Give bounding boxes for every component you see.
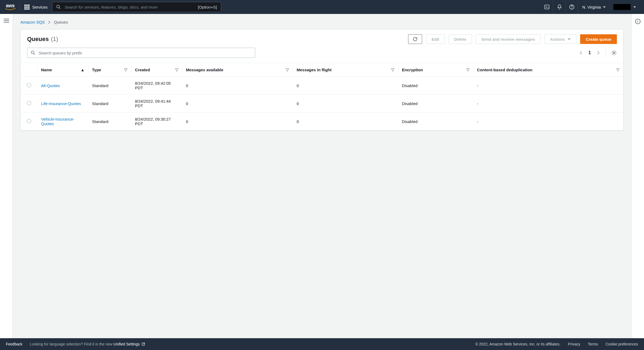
cell-created: 8/24/2022, 09:30:27 PDT [131,113,182,131]
breadcrumb-service[interactable]: Amazon SQS [20,20,45,24]
queue-name-link[interactable]: All-Quotes [41,83,60,88]
col-type-label: Type [92,68,101,72]
col-dedup[interactable]: Content-based deduplication ▽ [473,63,623,77]
panel-title: Queues (1) [27,36,58,43]
cell-dedup: - [473,95,623,113]
col-dedup-label: Content-based deduplication [477,68,533,72]
col-name[interactable]: Name ▲ [37,63,88,77]
sort-icon: ▽ [616,67,620,72]
sort-icon: ▽ [124,67,127,72]
queue-search[interactable] [27,48,255,58]
cell-type: Standard [88,77,131,95]
caret-down-icon [603,6,606,8]
cell-messages-available: 0 [182,77,293,95]
send-receive-button: Send and receive messages [476,34,541,44]
table-row: Life-Insurance-QuotesStandard8/24/2022, … [21,95,623,113]
sort-icon: ▽ [466,67,470,72]
cell-messages-available: 0 [182,95,293,113]
global-search-input[interactable] [64,5,195,10]
actions-dropdown: Actions [544,34,576,44]
global-nav: aws Services [Option+S] [0,0,644,14]
gear-icon [611,50,617,56]
notifications-button[interactable] [553,0,565,14]
breadcrumb: Amazon SQS Queues [13,14,631,29]
account-menu[interactable] [610,0,639,14]
col-encryption[interactable]: Encryption ▽ [398,63,473,77]
terms-link[interactable]: Terms [588,342,598,346]
table-settings-button[interactable] [611,50,617,56]
col-messages-in-flight[interactable]: Messages in flight ▽ [293,63,398,77]
pagination: 1 [578,49,617,56]
cell-type: Standard [88,113,131,131]
prev-page-button [578,49,584,56]
queue-name-link[interactable]: Life-Insurance-Quotes [41,101,81,106]
cloudshell-icon [544,4,550,10]
sort-icon: ▽ [286,67,289,72]
queues-panel: Queues (1) Edit Delete Send and receive … [20,29,624,131]
nav-separator [20,3,20,11]
refresh-button[interactable] [408,34,422,44]
col-created-label: Created [135,68,150,72]
external-link-icon [141,342,145,346]
cell-encryption: Disabled [398,95,473,113]
breadcrumb-current: Queues [54,20,68,24]
main-content: Amazon SQS Queues Queues (1) [13,14,631,338]
footer-copyright: © 2022, Amazon Web Services, Inc. or its… [475,342,560,346]
col-messages-available-label: Messages available [186,68,223,72]
cloudshell-button[interactable] [541,0,553,14]
cell-dedup: - [473,77,623,95]
region-selector[interactable]: N. Virginia [578,0,610,14]
sort-icon: ▽ [391,67,394,72]
svg-point-0 [57,5,60,8]
chevron-right-icon [597,50,600,55]
cell-messages-in-flight: 0 [293,113,398,131]
right-rail: i [631,14,644,338]
unified-settings-link[interactable]: Unified Settings [114,342,145,346]
cell-messages-available: 0 [182,113,293,131]
col-created[interactable]: Created ▽ [131,63,182,77]
queue-search-input[interactable] [38,50,252,55]
search-shortcut: [Option+S] [198,5,217,9]
queue-name-link[interactable]: Vehicle-Insurance-Quotes [41,117,74,126]
cell-messages-in-flight: 0 [293,77,398,95]
row-select-radio[interactable] [27,83,31,87]
svg-point-5 [572,8,572,9]
svg-line-1 [59,8,60,9]
col-messages-in-flight-label: Messages in flight [297,68,331,72]
chevron-right-icon [48,20,51,24]
pager-separator [606,49,606,56]
caret-down-icon [568,38,571,40]
cookie-prefs-link[interactable]: Cookie preferences [606,342,638,346]
bell-icon [557,4,562,10]
privacy-link[interactable]: Privacy [568,342,580,346]
left-rail [0,14,13,338]
next-page-button [596,49,601,56]
col-type[interactable]: Type ▽ [88,63,131,77]
row-select-radio[interactable] [27,119,31,123]
cell-encryption: Disabled [398,113,473,131]
col-messages-available[interactable]: Messages available ▽ [182,63,293,77]
table-row: All-QuotesStandard8/24/2022, 09:42:05 PD… [21,77,623,95]
side-nav-toggle[interactable] [4,19,9,338]
aws-logo[interactable]: aws [5,3,16,11]
cell-type: Standard [88,95,131,113]
cell-encryption: Disabled [398,77,473,95]
col-name-label: Name [41,68,52,72]
sort-icon: ▽ [175,67,178,72]
help-button[interactable] [565,0,578,14]
info-panel-toggle[interactable]: i [635,19,641,24]
refresh-icon [412,36,418,42]
global-search[interactable]: [Option+S] [52,2,221,12]
create-queue-button[interactable]: Create queue [580,34,617,44]
caret-down-icon [633,6,636,8]
col-encryption-label: Encryption [402,68,423,72]
global-footer: Feedback Looking for language selection?… [0,338,644,350]
feedback-link[interactable]: Feedback [6,342,22,346]
row-select-radio[interactable] [27,101,31,105]
region-label: N. Virginia [582,5,601,9]
cell-messages-in-flight: 0 [293,95,398,113]
edit-button: Edit [426,34,445,44]
search-icon [56,5,61,9]
services-menu[interactable]: Services [24,5,48,10]
svg-point-6 [31,51,34,54]
